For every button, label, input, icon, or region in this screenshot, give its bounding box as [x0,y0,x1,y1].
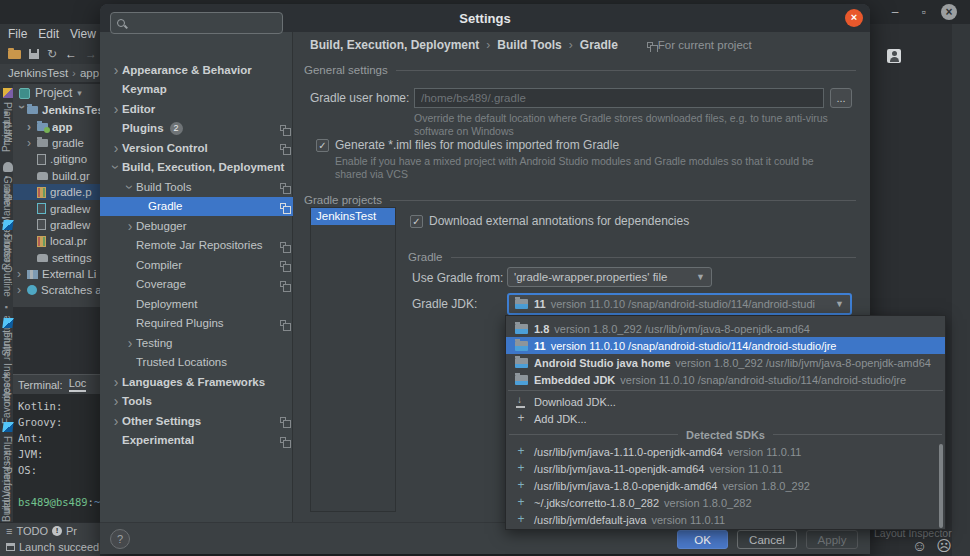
crumb-gradle[interactable]: Gradle [580,38,618,52]
tree-item[interactable]: gradlew [13,217,100,233]
tool-tab-flutter-inspector[interactable]: Flutter Inspector [2,318,13,404]
chevron-icon[interactable]: › [110,142,122,154]
chevron-icon[interactable]: › [17,285,27,295]
dialog-close-icon[interactable]: × [845,9,863,27]
detected-sdk-option[interactable]: /usr/lib/jvm/java-1.11.0-openjdk-amd64ve… [509,443,942,460]
menu-edit[interactable]: Edit [38,27,59,41]
tree-item[interactable]: settings [13,250,100,266]
settings-item-coverage[interactable]: Coverage [100,275,293,295]
detected-sdk-option[interactable]: /usr/lib/jvm/java-1.8.0-openjdk-amd64ver… [509,477,942,494]
tab-problems[interactable]: Pr [66,525,77,537]
jdk-option[interactable]: 1.8version 1.8.0_292 /usr/lib/jvm/java-8… [509,320,942,337]
settings-search[interactable] [110,12,283,34]
download-jdk-option[interactable]: Download JDK... [509,393,942,410]
chevron-icon[interactable]: › [124,181,136,193]
chevron-icon[interactable]: › [124,220,136,232]
tree-item[interactable]: ›app [13,118,100,134]
breadcrumb-root[interactable]: JenkinsTest [8,67,68,79]
apply-button[interactable]: Apply [806,530,858,549]
settings-item-version-control[interactable]: ›Version Control [100,138,293,158]
chevron-icon[interactable]: › [110,415,122,427]
minimize-icon[interactable]: – [887,4,903,20]
tool-tab-flutter-outline[interactable]: Flutter Outline [2,220,13,297]
crumb-build-tools[interactable]: Build Tools [497,38,561,52]
tree-item[interactable]: ›External Li [13,266,100,282]
settings-item-debugger[interactable]: ›Debugger [100,216,293,236]
ok-button[interactable]: OK [677,530,728,549]
chevron-down-icon[interactable]: ▾ [77,88,82,98]
settings-item-deployment[interactable]: Deployment [100,294,293,314]
gradle-user-home-input[interactable] [414,88,824,108]
settings-item-compiler[interactable]: Compiler [100,255,293,275]
tree-item[interactable]: build.gr [13,168,100,184]
download-annotations-checkbox-row[interactable]: Download external annotations for depend… [410,214,689,228]
terminal-tab-local[interactable]: Loc [69,377,87,392]
chevron-icon[interactable]: › [27,122,37,132]
tool-tab-flutter-performance[interactable]: Flutter Performan [2,422,13,514]
settings-item-trusted-locations[interactable]: Trusted Locations [100,353,293,373]
chevron-icon[interactable]: › [110,395,122,407]
tool-tab-plantuml[interactable]: PlantUML [2,88,13,146]
chevron-icon[interactable]: › [110,103,122,115]
settings-item-build-tools[interactable]: ›Build Tools [100,177,293,197]
chevron-icon[interactable]: › [110,376,122,388]
chevron-icon[interactable]: › [17,105,27,115]
back-arrow-icon[interactable]: ← [65,48,77,60]
detected-sdk-option[interactable]: ~/.jdks/corretto-1.8.0_282version 1.8.0_… [509,494,942,511]
settings-item-keymap[interactable]: Keymap [100,80,293,100]
tree-item[interactable]: ›JenkinsTes [13,102,100,118]
chevron-icon[interactable]: › [110,161,122,173]
chevron-icon[interactable]: › [17,269,27,279]
chevron-icon[interactable]: › [110,64,122,76]
scrollbar[interactable] [939,444,943,528]
menu-file[interactable]: File [8,27,27,41]
checkbox-checked-icon[interactable] [410,215,423,228]
add-jdk-option[interactable]: Add JDK... [509,410,942,427]
settings-item-remote-jar-repositories[interactable]: Remote Jar Repositories [100,236,293,256]
maximize-icon[interactable]: ▫ [916,4,932,20]
detected-sdk-option[interactable]: /usr/lib/jvm/default-javaversion 11.0.11 [509,511,942,528]
settings-item-tools[interactable]: ›Tools [100,392,293,412]
settings-item-build-execution-deployment[interactable]: ›Build, Execution, Deployment [100,158,293,178]
terminal-output[interactable]: Kotlin: Groovy: Ant: JVM: OS: bs489@bs48… [13,394,100,510]
breadcrumb-child[interactable]: app [80,67,99,79]
smiley-sad-icon[interactable] [936,538,952,554]
forward-arrow-icon[interactable]: → [85,48,97,60]
settings-item-other-settings[interactable]: ›Other Settings [100,411,293,431]
help-button[interactable]: ? [110,529,130,549]
generate-iml-checkbox-row[interactable]: Generate *.iml files for modules importe… [316,138,619,152]
save-icon[interactable] [29,49,39,59]
avatar[interactable] [887,49,901,63]
list-item-selected[interactable]: JenkinsTest [311,208,395,225]
window-close-icon[interactable]: × [941,4,957,20]
tool-tab-gradle[interactable]: Gradle [2,162,13,206]
settings-item-editor[interactable]: ›Editor [100,99,293,119]
chevron-icon[interactable]: › [27,138,37,148]
settings-item-appearance[interactable]: ›Appearance & Behavior [100,60,293,80]
chevron-icon[interactable]: › [124,337,136,349]
tree-item[interactable]: gradlew [13,200,100,216]
gradle-jdk-select[interactable]: 11 version 11.0.10 /snap/android-studio/… [507,293,852,315]
tab-todo[interactable]: TODO [16,525,48,537]
settings-item-languages-frameworks[interactable]: ›Languages & Frameworks [100,372,293,392]
tree-item-selected[interactable]: gradle.p [13,184,100,200]
jdk-option-selected[interactable]: 11version 11.0.10 /snap/android-studio/1… [506,337,945,354]
settings-item-required-plugins[interactable]: Required Plugins [100,314,293,334]
settings-item-testing[interactable]: ›Testing [100,333,293,353]
use-gradle-from-select[interactable]: 'gradle-wrapper.properties' file ▼ [507,267,712,287]
detected-sdk-option[interactable]: /usr/lib/jvm/java-11-openjdk-amd64versio… [509,460,942,477]
smiley-happy-icon[interactable] [912,538,927,554]
settings-item-plugins[interactable]: Plugins2 [100,119,293,139]
tree-item[interactable]: ›gradle [13,135,100,151]
crumb-build-execution-deployment[interactable]: Build, Execution, Deployment [310,38,479,52]
jdk-option[interactable]: Embedded JDKversion 11.0.10 /snap/androi… [509,371,942,388]
browse-button[interactable]: ... [830,88,852,108]
settings-item-gradle[interactable]: Gradle [100,197,293,217]
tree-item[interactable]: .gitigno [13,151,100,167]
jdk-option[interactable]: Android Studio java homeversion 1.8.0_29… [509,354,942,371]
search-input[interactable] [130,17,270,29]
project-panel-header[interactable]: Project ▾ [13,84,100,102]
tree-item[interactable]: local.pr [13,233,100,249]
settings-item-experimental[interactable]: Experimental [100,431,293,451]
cancel-button[interactable]: Cancel [737,530,797,549]
